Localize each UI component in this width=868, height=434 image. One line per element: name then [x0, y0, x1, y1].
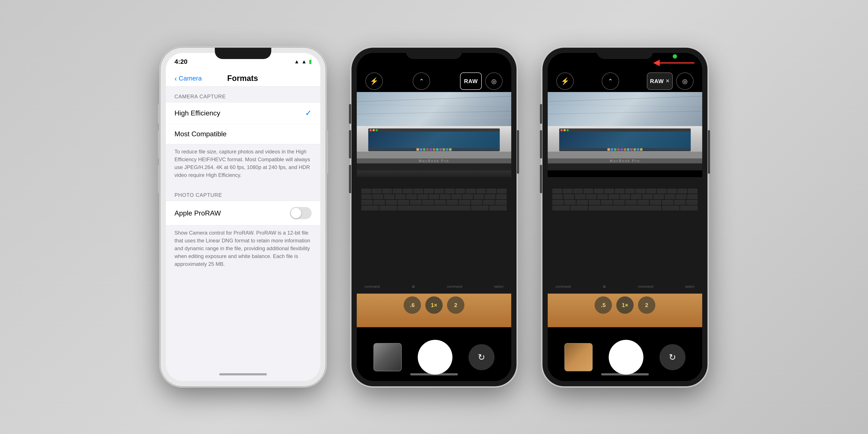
shutter-inner: [420, 342, 450, 372]
thumbnail-image: [374, 343, 401, 371]
last-photo-thumbnail[interactable]: [373, 343, 402, 371]
macbook-display-area: MacBook Pro: [357, 92, 511, 177]
navigation-bar: ‹ Camera Formats: [166, 70, 320, 87]
photo-capture-description: Show Camera control for ProRAW. ProRAW i…: [166, 225, 320, 274]
home-indicator-3[interactable]: [601, 373, 649, 375]
camera1-viewfinder: MacBook Pro: [357, 92, 511, 316]
svg-marker-1: [653, 60, 660, 66]
phone-settings: 4:20 ▲ ▲ ▮ ‹ Camera Formats CAMERA: [161, 48, 326, 386]
mute-button[interactable]: [158, 104, 160, 124]
zoom-1x-button-2[interactable]: 1×: [616, 297, 633, 314]
live-photo-button[interactable]: ◎: [485, 72, 503, 90]
signal-icon: ▲: [294, 59, 299, 65]
status-icons: ▲ ▲ ▮: [294, 59, 312, 65]
zoom-2x-label: 2: [454, 302, 457, 309]
camera2-viewfinder: MacBook Pro: [548, 92, 702, 316]
chevron-left-icon: ‹: [175, 74, 177, 83]
power-button-3[interactable]: [708, 130, 710, 174]
status-time: 4:20: [175, 58, 187, 65]
settings-screen: 4:20 ▲ ▲ ▮ ‹ Camera Formats CAMERA: [166, 53, 320, 381]
photo-capture-label: PHOTO CAPTURE: [166, 185, 320, 201]
aspect-ratio-button[interactable]: ⌃: [413, 72, 430, 90]
flash-button[interactable]: ⚡: [365, 72, 383, 90]
raw-label: RAW: [464, 78, 478, 85]
notch-settings: [215, 48, 271, 59]
power-button[interactable]: [326, 130, 328, 174]
proraw-toggle[interactable]: [290, 207, 312, 219]
back-button[interactable]: ‹ Camera: [175, 74, 202, 83]
power-button-2[interactable]: [517, 130, 519, 174]
volume-down-button[interactable]: [158, 165, 160, 193]
most-compatible-label: Most Compatible: [175, 130, 226, 138]
flash-icon-2: ⚡: [561, 77, 569, 85]
apple-proraw-row[interactable]: Apple ProRAW: [166, 201, 320, 225]
flip-icon: ↻: [478, 352, 485, 362]
raw-x-icon: ✕: [665, 78, 670, 84]
camera1-top-bar: ⚡ ⌃ RAW ◎: [357, 70, 511, 92]
zoom-0.5-label: .5: [601, 302, 606, 309]
macbook-display-area-2: MacBook Pro: [548, 92, 702, 177]
shutter-button-2[interactable]: [609, 340, 643, 375]
shutter-button[interactable]: [418, 340, 453, 375]
phone-camera1: ⚡ ⌃ RAW ◎: [351, 48, 517, 386]
high-efficiency-row[interactable]: High Efficiency ✓: [166, 102, 320, 124]
volume-up-button-3[interactable]: [540, 130, 542, 158]
most-compatible-row[interactable]: Most Compatible: [166, 124, 320, 144]
zoom-1x-label: 1×: [431, 302, 437, 309]
arrow-up-icon: ⌃: [419, 78, 424, 85]
aspect-ratio-button-2[interactable]: ⌃: [602, 72, 619, 90]
macbook-keyboard-2: command ⌘ command option: [548, 177, 702, 293]
photo-capture-card: Apple ProRAW: [166, 201, 320, 225]
flash-button-2[interactable]: ⚡: [556, 72, 574, 90]
home-indicator-2[interactable]: [410, 373, 458, 375]
high-efficiency-label: High Efficiency: [175, 109, 220, 117]
zoom-1x-label-2: 1×: [622, 302, 628, 309]
camera2-top-bar: ⚡ ⌃ RAW ✕ ◎: [548, 70, 702, 92]
zoom-1x-button[interactable]: 1×: [425, 297, 443, 314]
zoom-0.5-button[interactable]: .5: [595, 297, 612, 314]
macbook-keyboard: command ⌘ command option: [357, 177, 511, 293]
arrow-up-icon-2: ⌃: [608, 78, 613, 85]
zoom-2x-label-2: 2: [645, 302, 648, 309]
zoom-0.6-label: .6: [410, 302, 415, 309]
page-title: Formats: [202, 74, 283, 83]
live-icon-2: ◎: [682, 78, 687, 85]
mute-button-3[interactable]: [540, 104, 542, 124]
volume-up-button[interactable]: [158, 130, 160, 158]
camera1-top-center: ⌃: [413, 72, 430, 90]
camera-capture-description: To reduce file size, capture photos and …: [166, 144, 320, 185]
raw-button[interactable]: RAW: [460, 72, 482, 90]
volume-down-button-3[interactable]: [540, 165, 542, 193]
flip-icon-2: ↻: [669, 352, 676, 362]
shutter-inner-2: [611, 342, 641, 372]
live-photo-button-2[interactable]: ◎: [676, 72, 693, 90]
home-indicator[interactable]: [219, 373, 267, 375]
camera-capture-card: High Efficiency ✓ Most Compatible: [166, 102, 320, 144]
red-arrow-indicator: [651, 56, 694, 70]
thumbnail-image-2: [565, 343, 592, 371]
flip-camera-button-2[interactable]: ↻: [659, 344, 685, 370]
notch-camera1: [406, 48, 462, 59]
flip-camera-button[interactable]: ↻: [468, 344, 495, 370]
volume-up-button-2[interactable]: [349, 130, 351, 158]
flash-icon: ⚡: [370, 77, 378, 85]
volume-down-button-2[interactable]: [349, 165, 351, 193]
zoom-0.6-button[interactable]: .6: [404, 297, 421, 314]
zoom-2x-button-2[interactable]: 2: [638, 297, 655, 314]
wifi-icon: ▲: [302, 59, 307, 65]
notch-camera2: [597, 48, 653, 59]
zoom-2x-button[interactable]: 2: [447, 297, 464, 314]
last-photo-thumbnail-2[interactable]: [564, 343, 593, 371]
live-icon: ◎: [491, 78, 496, 85]
toggle-thumb: [291, 208, 301, 218]
mute-button-2[interactable]: [349, 104, 351, 124]
checkmark-icon: ✓: [305, 108, 312, 118]
camera2-screen: ⚡ ⌃ RAW ✕ ◎: [548, 53, 702, 381]
camera-capture-label: CAMERA CAPTURE: [166, 87, 320, 102]
raw-x-button[interactable]: RAW ✕: [647, 72, 673, 90]
back-label: Camera: [179, 75, 202, 82]
camera2-top-center: ⌃: [602, 72, 619, 90]
phone-camera2: ⚡ ⌃ RAW ✕ ◎: [542, 48, 707, 386]
apple-proraw-label: Apple ProRAW: [175, 209, 221, 217]
battery-icon: ▮: [309, 59, 312, 65]
